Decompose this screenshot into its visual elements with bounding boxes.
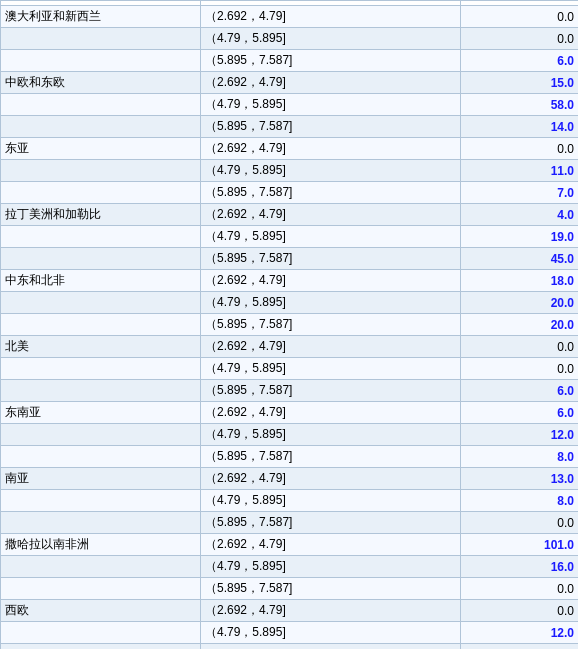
region-cell: 撒哈拉以南非洲 bbox=[1, 534, 201, 556]
score-cell: 0.0 bbox=[461, 28, 579, 50]
score-cell: 16.0 bbox=[461, 556, 579, 578]
score-cell: 14.0 bbox=[461, 116, 579, 138]
score-cell: 13.0 bbox=[461, 468, 579, 490]
region-cell bbox=[1, 556, 201, 578]
region-cell bbox=[1, 160, 201, 182]
score-cell: 0.0 bbox=[461, 138, 579, 160]
table-row: （5.895，7.587]0.0 bbox=[1, 578, 579, 600]
table-row: （4.79，5.895]0.0 bbox=[1, 358, 579, 380]
region-cell bbox=[1, 512, 201, 534]
region-cell bbox=[1, 94, 201, 116]
range-cell: （5.895，7.587] bbox=[201, 314, 461, 336]
score-cell: 20.0 bbox=[461, 292, 579, 314]
range-cell: （2.692，4.79] bbox=[201, 468, 461, 490]
data-table: 澳大利亚和新西兰（2.692，4.79]0.0（4.79，5.895]0.0（5… bbox=[0, 0, 578, 649]
region-cell: 南亚 bbox=[1, 468, 201, 490]
region-cell: 澳大利亚和新西兰 bbox=[1, 6, 201, 28]
region-cell bbox=[1, 490, 201, 512]
range-cell: （2.692，4.79] bbox=[201, 204, 461, 226]
score-cell: 6.0 bbox=[461, 402, 579, 424]
region-cell bbox=[1, 292, 201, 314]
range-cell: （5.895，7.587] bbox=[201, 116, 461, 138]
region-cell bbox=[1, 380, 201, 402]
table-row: 拉丁美洲和加勒比（2.692，4.79]4.0 bbox=[1, 204, 579, 226]
table-row: （5.895，7.587]14.0 bbox=[1, 116, 579, 138]
score-cell: 8.0 bbox=[461, 490, 579, 512]
score-cell: 51.0 bbox=[461, 644, 579, 650]
region-cell bbox=[1, 50, 201, 72]
score-cell: 0.0 bbox=[461, 6, 579, 28]
table-row: 撒哈拉以南非洲（2.692，4.79]101.0 bbox=[1, 534, 579, 556]
range-cell: （4.79，5.895] bbox=[201, 160, 461, 182]
score-cell: 12.0 bbox=[461, 424, 579, 446]
score-cell: 11.0 bbox=[461, 160, 579, 182]
range-cell: （5.895，7.587] bbox=[201, 248, 461, 270]
range-cell: （4.79，5.895] bbox=[201, 556, 461, 578]
table-row: （4.79，5.895]12.0 bbox=[1, 424, 579, 446]
table-row: （4.79，5.895]20.0 bbox=[1, 292, 579, 314]
table-row: （4.79，5.895]11.0 bbox=[1, 160, 579, 182]
score-cell: 0.0 bbox=[461, 336, 579, 358]
region-cell: 东南亚 bbox=[1, 402, 201, 424]
range-cell: （2.692，4.79] bbox=[201, 6, 461, 28]
range-cell: （2.692，4.79] bbox=[201, 72, 461, 94]
region-cell: 东亚 bbox=[1, 138, 201, 160]
region-cell bbox=[1, 226, 201, 248]
region-cell bbox=[1, 28, 201, 50]
table-row: 南亚（2.692，4.79]13.0 bbox=[1, 468, 579, 490]
score-cell: 0.0 bbox=[461, 600, 579, 622]
table-row: （4.79，5.895]0.0 bbox=[1, 28, 579, 50]
score-cell: 7.0 bbox=[461, 182, 579, 204]
score-cell: 19.0 bbox=[461, 226, 579, 248]
score-cell: 58.0 bbox=[461, 94, 579, 116]
range-cell: （2.692，4.79] bbox=[201, 270, 461, 292]
range-cell: （5.895，7.587] bbox=[201, 182, 461, 204]
score-cell: 4.0 bbox=[461, 204, 579, 226]
table-row: 北美（2.692，4.79]0.0 bbox=[1, 336, 579, 358]
range-cell: （4.79，5.895] bbox=[201, 424, 461, 446]
score-cell: 6.0 bbox=[461, 50, 579, 72]
range-cell: （5.895，7.587] bbox=[201, 50, 461, 72]
range-cell: （5.895，7.587] bbox=[201, 644, 461, 650]
region-cell: 中欧和东欧 bbox=[1, 72, 201, 94]
table-row: （5.895，7.587]45.0 bbox=[1, 248, 579, 270]
score-cell: 8.0 bbox=[461, 446, 579, 468]
region-cell bbox=[1, 578, 201, 600]
region-cell bbox=[1, 116, 201, 138]
score-cell: 101.0 bbox=[461, 534, 579, 556]
main-table-container: 澳大利亚和新西兰（2.692，4.79]0.0（4.79，5.895]0.0（5… bbox=[0, 0, 578, 649]
region-cell bbox=[1, 358, 201, 380]
region-cell: 中东和北非 bbox=[1, 270, 201, 292]
range-cell: （2.692，4.79] bbox=[201, 402, 461, 424]
table-row: 东亚（2.692，4.79]0.0 bbox=[1, 138, 579, 160]
table-row: 西欧（2.692，4.79]0.0 bbox=[1, 600, 579, 622]
table-row: 中东和北非（2.692，4.79]18.0 bbox=[1, 270, 579, 292]
table-row: （4.79，5.895]16.0 bbox=[1, 556, 579, 578]
range-cell: （5.895，7.587] bbox=[201, 380, 461, 402]
table-row: 东南亚（2.692，4.79]6.0 bbox=[1, 402, 579, 424]
score-cell: 0.0 bbox=[461, 358, 579, 380]
score-cell: 20.0 bbox=[461, 314, 579, 336]
range-cell: （2.692，4.79] bbox=[201, 600, 461, 622]
region-cell bbox=[1, 182, 201, 204]
range-cell: （4.79，5.895] bbox=[201, 490, 461, 512]
table-row: （4.79，5.895]8.0 bbox=[1, 490, 579, 512]
score-cell: 12.0 bbox=[461, 622, 579, 644]
range-cell: （4.79，5.895] bbox=[201, 622, 461, 644]
table-row: （5.895，7.587]6.0 bbox=[1, 50, 579, 72]
region-cell: 拉丁美洲和加勒比 bbox=[1, 204, 201, 226]
range-cell: （5.895，7.587] bbox=[201, 446, 461, 468]
region-cell: 西欧 bbox=[1, 600, 201, 622]
score-cell: 0.0 bbox=[461, 578, 579, 600]
table-row: （4.79，5.895]58.0 bbox=[1, 94, 579, 116]
score-cell: 15.0 bbox=[461, 72, 579, 94]
score-cell: 18.0 bbox=[461, 270, 579, 292]
table-row: （4.79，5.895]12.0 bbox=[1, 622, 579, 644]
range-cell: （2.692，4.79] bbox=[201, 336, 461, 358]
region-cell: 北美 bbox=[1, 336, 201, 358]
region-cell bbox=[1, 644, 201, 650]
table-row: （5.895，7.587]6.0 bbox=[1, 380, 579, 402]
table-row: 中欧和东欧（2.692，4.79]15.0 bbox=[1, 72, 579, 94]
table-row: （5.895，7.587]51.0 bbox=[1, 644, 579, 650]
range-cell: （4.79，5.895] bbox=[201, 94, 461, 116]
